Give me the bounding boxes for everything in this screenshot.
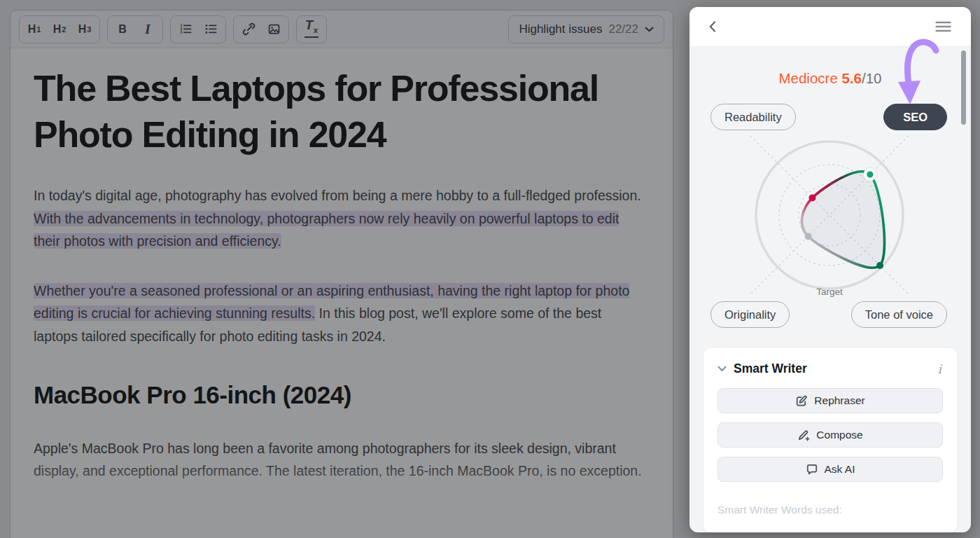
tab-readability[interactable]: Readability — [710, 104, 796, 130]
hamburger-icon — [935, 21, 951, 32]
assistant-panel: Mediocre 5.6/10 Readability SEO Original… — [690, 7, 971, 532]
rephraser-button[interactable]: Rephraser — [718, 388, 943, 413]
smart-writer-title: Smart Writer — [734, 361, 930, 376]
smart-writer-card: Smart Writer i Rephraser Compose — [704, 348, 957, 532]
score-rating-label: Mediocre — [778, 70, 837, 86]
compose-icon — [797, 429, 810, 441]
app-screen: H1 H2 H3 B I 123 — [0, 0, 980, 538]
menu-button[interactable] — [932, 18, 954, 35]
compose-button[interactable]: Compose — [718, 422, 943, 448]
rephraser-label: Rephraser — [814, 394, 864, 407]
score-value: 5.6 — [842, 70, 862, 86]
ask-ai-button[interactable]: Ask AI — [718, 457, 943, 482]
score-radar-gauge: Target — [704, 134, 957, 307]
chevron-down-icon — [718, 366, 727, 372]
overall-score: Mediocre 5.6/10 — [690, 70, 971, 87]
seo-point — [867, 171, 873, 177]
score-max: /10 — [862, 70, 882, 86]
readability-point — [808, 194, 816, 201]
chat-icon — [806, 463, 818, 476]
tone-of-voice-point — [876, 262, 883, 269]
tab-seo[interactable]: SEO — [883, 104, 947, 130]
back-button[interactable] — [706, 18, 719, 35]
score-blob-fill — [802, 172, 884, 268]
ask-ai-label: Ask AI — [825, 463, 855, 476]
compose-label: Compose — [816, 429, 862, 441]
chevron-left-icon — [709, 21, 716, 32]
card-bottom-fade — [704, 514, 957, 532]
rephrase-icon — [795, 394, 808, 407]
info-icon[interactable]: i — [937, 362, 943, 376]
target-label: Target — [816, 287, 843, 297]
smart-writer-header[interactable]: Smart Writer i — [718, 361, 943, 376]
originality-point — [805, 233, 812, 240]
panel-scrollbar-thumb[interactable] — [961, 50, 966, 125]
panel-header — [690, 7, 971, 47]
